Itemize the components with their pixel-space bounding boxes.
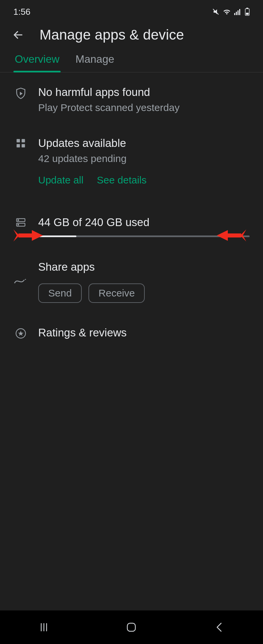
status-time: 1:56 bbox=[13, 7, 30, 17]
content: No harmful apps found Play Protect scann… bbox=[0, 72, 263, 342]
update-all-button[interactable]: Update all bbox=[38, 174, 83, 186]
shield-play-icon bbox=[15, 87, 26, 101]
storage-icon bbox=[16, 217, 26, 229]
nav-home[interactable] bbox=[118, 617, 145, 637]
wifi-icon bbox=[223, 8, 231, 15]
signal-icon bbox=[234, 8, 242, 15]
section-play-protect[interactable]: No harmful apps found Play Protect scann… bbox=[13, 86, 250, 113]
svg-rect-23 bbox=[18, 233, 32, 237]
annotation-arrow-left bbox=[13, 228, 44, 243]
nav-recents[interactable] bbox=[30, 617, 57, 637]
svg-rect-6 bbox=[246, 8, 248, 9]
storage-progress-fill bbox=[38, 235, 76, 237]
section-storage[interactable]: 44 GB of 240 GB used bbox=[13, 216, 250, 237]
svg-rect-31 bbox=[127, 623, 135, 631]
tabs: Overview Manage bbox=[0, 50, 263, 72]
back-button[interactable] bbox=[10, 27, 26, 43]
svg-point-18 bbox=[25, 279, 26, 280]
updates-subtitle: 42 updates pending bbox=[38, 153, 250, 164]
svg-rect-3 bbox=[238, 10, 239, 15]
svg-marker-27 bbox=[240, 229, 246, 241]
svg-marker-9 bbox=[20, 92, 22, 96]
status-bar: 1:56 bbox=[0, 0, 263, 23]
section-updates: Updates available 42 updates pending Upd… bbox=[13, 137, 250, 186]
section-share-apps: Share apps Send Receive bbox=[13, 261, 250, 303]
svg-point-17 bbox=[18, 224, 19, 225]
apps-grid-icon bbox=[16, 138, 26, 150]
battery-icon bbox=[245, 8, 250, 16]
section-ratings-reviews[interactable]: Ratings & reviews bbox=[13, 326, 250, 342]
see-details-button[interactable]: See details bbox=[97, 174, 146, 186]
svg-rect-7 bbox=[246, 13, 249, 15]
svg-rect-2 bbox=[236, 12, 237, 15]
svg-point-19 bbox=[14, 282, 15, 283]
send-button[interactable]: Send bbox=[38, 283, 82, 303]
svg-rect-1 bbox=[234, 13, 235, 15]
app-bar: Manage apps & device bbox=[0, 23, 263, 50]
svg-rect-12 bbox=[17, 144, 20, 148]
mute-icon bbox=[212, 8, 219, 15]
tab-overview[interactable]: Overview bbox=[13, 50, 61, 72]
svg-point-16 bbox=[18, 220, 19, 221]
share-title: Share apps bbox=[38, 261, 250, 273]
svg-marker-25 bbox=[217, 230, 228, 241]
svg-marker-24 bbox=[32, 230, 43, 241]
tab-manage[interactable]: Manage bbox=[74, 50, 116, 72]
system-nav-bar bbox=[0, 610, 263, 644]
svg-rect-26 bbox=[227, 233, 241, 237]
nav-back[interactable] bbox=[206, 617, 233, 637]
play-protect-subtitle: Play Protect scanned yesterday bbox=[38, 102, 250, 113]
status-icons bbox=[212, 8, 250, 16]
updates-title: Updates available bbox=[38, 137, 250, 150]
page-title: Manage apps & device bbox=[40, 27, 184, 43]
svg-rect-10 bbox=[17, 139, 20, 143]
svg-rect-11 bbox=[22, 139, 25, 143]
play-protect-title: No harmful apps found bbox=[38, 86, 250, 99]
svg-rect-13 bbox=[22, 144, 25, 148]
storage-title: 44 GB of 240 GB used bbox=[38, 216, 250, 229]
star-circle-icon bbox=[15, 328, 26, 340]
annotation-arrow-right bbox=[216, 228, 246, 243]
ratings-title: Ratings & reviews bbox=[38, 326, 250, 339]
svg-marker-21 bbox=[18, 331, 23, 336]
svg-rect-4 bbox=[239, 9, 240, 15]
share-nearby-icon bbox=[14, 277, 27, 286]
receive-button[interactable]: Receive bbox=[88, 283, 145, 303]
